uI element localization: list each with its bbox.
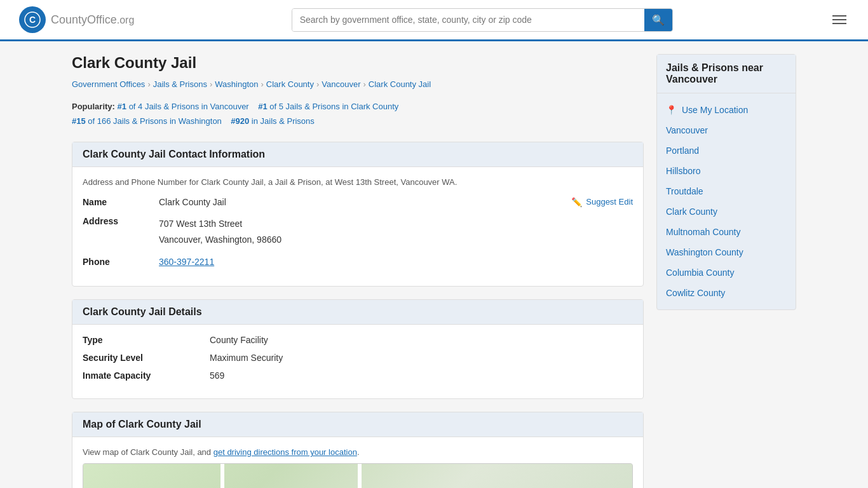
contact-panel: Clark County Jail Contact Information Ad… [72,142,644,287]
breadcrumb-washington[interactable]: Washington [215,79,258,89]
capacity-label: Inmate Capacity [83,370,210,381]
breadcrumb-sep: › [147,79,150,89]
use-location-item[interactable]: 📍 Use My Location [657,100,796,120]
breadcrumb-govt-offices[interactable]: Government Offices [72,79,145,89]
contact-address-row: Address 707 West 13th Street Vancouver, … [83,216,633,248]
rank4-badge: #920 [231,116,249,126]
map-description: View map of Clark County Jail, and get d… [83,447,633,457]
map-section-body: View map of Clark County Jail, and get d… [72,437,643,488]
menu-line [832,23,846,24]
map-section-header: Map of Clark County Jail [72,412,643,437]
capacity-row: Inmate Capacity 569 [83,370,633,381]
sidebar-item-cowlitz-county[interactable]: Cowlitz County [657,283,796,303]
logo-text: CountyOffice.org [51,13,134,27]
logo-area: C CountyOffice.org [19,6,134,33]
breadcrumb-jails[interactable]: Jails & Prisons [153,79,207,89]
sidebar-card: Jails & Prisons near Vancouver 📍 Use My … [656,54,796,310]
map-desc-text: View map of Clark County Jail, and [83,447,211,457]
troutdale-link[interactable]: Troutdale [666,186,703,196]
multnomah-link[interactable]: Multnomah County [666,227,741,237]
breadcrumb-clark-county[interactable]: Clark County [266,79,314,89]
phone-value: 360-397-2211 [159,257,633,267]
map-image: Clark CountyTitle Company [83,464,632,488]
portland-link[interactable]: Portland [666,146,699,156]
washington-county-link[interactable]: Washington County [666,247,743,257]
popularity-section: Popularity: #1 of 4 Jails & Prisons in V… [72,99,644,129]
menu-line [832,19,846,20]
type-row: Type County Facility [83,335,633,345]
sidebar-item-portland[interactable]: Portland [657,140,796,161]
breadcrumb-sep: › [316,79,319,89]
rank1-badge: #1 [118,102,126,111]
suggest-edit-label: Suggest Edit [586,197,633,207]
search-button[interactable]: 🔍 [644,9,672,31]
sidebar-body: 📍 Use My Location Vancouver Portland Hil… [657,93,796,309]
menu-button[interactable] [830,13,849,27]
sidebar-item-vancouver[interactable]: Vancouver [657,120,796,140]
columbia-county-link[interactable]: Columbia County [666,268,734,278]
vancouver-link[interactable]: Vancouver [666,125,708,135]
clark-county-link[interactable]: Clark County [666,207,717,217]
type-value: County Facility [210,335,268,345]
sidebar-item-columbia-county[interactable]: Columbia County [657,262,796,283]
search-input[interactable] [292,9,644,31]
search-wrapper: 🔍 [292,8,673,32]
sidebar-item-troutdale[interactable]: Troutdale [657,181,796,201]
breadcrumb-vancouver[interactable]: Vancouver [322,79,360,89]
hillsboro-link[interactable]: Hillsboro [666,166,700,176]
breadcrumb-current[interactable]: Clark County Jail [369,79,431,89]
sidebar-item-clark-county[interactable]: Clark County [657,201,796,222]
rank3-badge: #15 [72,116,86,126]
details-section-header: Clark County Jail Details [72,300,643,325]
details-section-body: Type County Facility Security Level Maxi… [72,325,643,398]
address-line2: Vancouver, Washington, 98660 [159,232,633,248]
map-directions-link[interactable]: get driving directions from your locatio… [214,447,357,457]
rank3-link[interactable]: of 166 Jails & Prisons in Washington [88,116,222,126]
contact-section-header: Clark County Jail Contact Information [72,142,643,167]
map-panel: Map of Clark County Jail View map of Cla… [72,412,644,488]
breadcrumb-sep: › [261,79,263,89]
security-value: Maximum Security [210,353,283,363]
type-label: Type [83,335,210,345]
svg-text:C: C [29,15,36,25]
main-content: Clark County Jail Government Offices › J… [53,41,815,488]
edit-icon: ✏️ [571,197,582,207]
rank2-badge: #1 [258,102,267,111]
site-header: C CountyOffice.org 🔍 [0,0,868,41]
capacity-value: 569 [210,370,224,381]
name-value: Clark County Jail [159,197,571,207]
phone-link[interactable]: 360-397-2211 [159,257,214,267]
use-location-link[interactable]: Use My Location [682,105,748,115]
breadcrumb-sep: › [210,79,212,89]
map-container[interactable]: Clark CountyTitle Company Clark County C… [83,463,633,488]
contact-description: Address and Phone Number for Clark Count… [83,177,633,187]
details-panel: Clark County Jail Details Type County Fa… [72,299,644,399]
security-label: Security Level [83,353,210,363]
address-value: 707 West 13th Street Vancouver, Washingt… [159,216,633,248]
breadcrumb: Government Offices › Jails & Prisons › W… [72,79,644,89]
logo-icon: C [19,6,46,33]
search-icon: 🔍 [652,15,665,25]
rank4-link[interactable]: in Jails & Prisons [252,116,315,126]
rank1-link[interactable]: of 4 Jails & Prisons in Vancouver [129,102,249,111]
page-title: Clark County Jail [72,54,644,72]
menu-line [832,15,846,17]
sidebar-item-hillsboro[interactable]: Hillsboro [657,161,796,181]
contact-section-body: Address and Phone Number for Clark Count… [72,167,643,286]
rank2-link[interactable]: of 5 Jails & Prisons in Clark County [269,102,398,111]
popularity-label: Popularity: [72,102,115,111]
suggest-edit-button[interactable]: ✏️ Suggest Edit [571,197,633,207]
security-row: Security Level Maximum Security [83,353,633,363]
contact-name-row: Name Clark County Jail ✏️ Suggest Edit [83,197,633,207]
sidebar-title: Jails & Prisons near Vancouver [657,55,796,93]
cowlitz-county-link[interactable]: Cowlitz County [666,288,725,298]
location-pin-icon: 📍 [666,105,677,115]
name-label: Name [83,197,159,207]
phone-label: Phone [83,257,159,267]
sidebar-item-multnomah[interactable]: Multnomah County [657,222,796,242]
contact-phone-row: Phone 360-397-2211 [83,257,633,267]
address-line1: 707 West 13th Street [159,216,633,232]
sidebar: Jails & Prisons near Vancouver 📍 Use My … [656,54,796,488]
search-area: 🔍 [292,8,673,32]
sidebar-item-washington-county[interactable]: Washington County [657,242,796,262]
